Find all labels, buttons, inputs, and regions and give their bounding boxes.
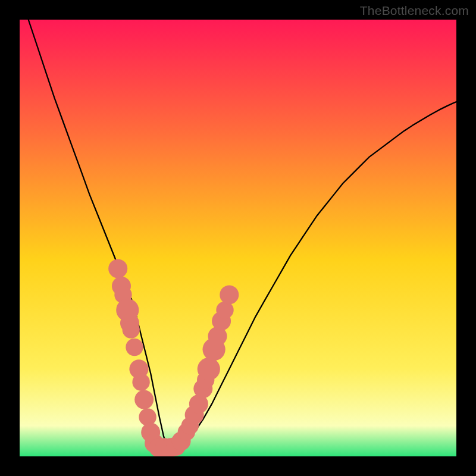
curve-marker bbox=[134, 390, 154, 409]
curve-marker bbox=[220, 285, 239, 304]
curve-marker bbox=[132, 374, 149, 391]
curve-marker bbox=[123, 321, 140, 338]
curve-marker bbox=[126, 339, 143, 356]
plot-area bbox=[20, 20, 456, 456]
chart-frame: TheBottleneck.com bbox=[0, 0, 476, 476]
watermark-text: TheBottleneck.com bbox=[360, 4, 469, 18]
curve-marker bbox=[139, 408, 156, 425]
curve-markers bbox=[108, 259, 239, 456]
curve-marker bbox=[108, 259, 127, 278]
chart-overlay bbox=[20, 20, 456, 456]
bottleneck-curve bbox=[29, 20, 456, 447]
curve-marker bbox=[198, 358, 220, 380]
